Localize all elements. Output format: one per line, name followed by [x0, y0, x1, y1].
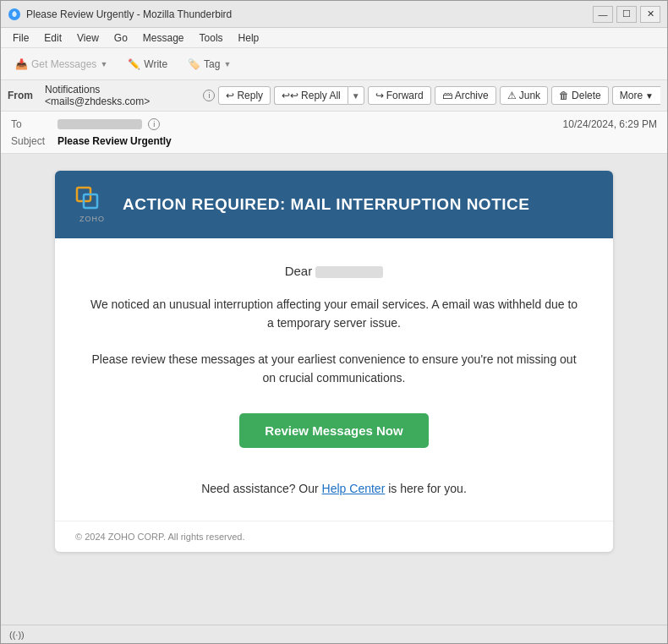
toolbar: 📥 Get Messages ▼ ✏️ Write 🏷️ Tag ▼ [1, 48, 667, 80]
help-center-link[interactable]: Help Center [322, 482, 386, 495]
archive-icon: 🗃 [442, 90, 452, 101]
zoho-logo-svg [75, 186, 109, 213]
close-button[interactable]: ✕ [640, 6, 660, 23]
get-messages-icon: 📥 [15, 58, 28, 70]
to-label: To [11, 118, 57, 130]
body-paragraph-1: We noticed an unusual interruption affec… [89, 295, 579, 333]
tag-icon: 🏷️ [188, 58, 200, 70]
email-header: From Notifications <mails@zhdesks.com> i… [1, 80, 667, 154]
from-label: From [8, 90, 41, 101]
thunderbird-icon [8, 8, 21, 21]
archive-button[interactable]: 🗃 Archive [435, 86, 496, 105]
more-group: More ▼ [612, 86, 660, 105]
to-row: To i 10/24/2024, 6:29 PM [11, 115, 657, 133]
from-value: Notifications <mails@zhdesks.com> [45, 84, 196, 107]
reply-all-group: ↩↩ Reply All ▼ [274, 86, 364, 105]
email-card-title: ACTION REQUIRED: MAIL INTERRUPTION NOTIC… [123, 195, 529, 214]
forward-icon: ↪ [375, 90, 384, 101]
wifi-status: ((·)) [9, 630, 25, 640]
window-title: Please Review Urgently - Mozilla Thunder… [26, 8, 232, 20]
zoho-text: ZOHO [79, 215, 105, 223]
email-card-body: Dear We noticed an unusual interruption … [55, 238, 613, 521]
tag-button[interactable]: 🏷️ Tag ▼ [180, 55, 238, 74]
chevron-down-icon-more: ▼ [645, 91, 654, 101]
reply-icon: ↩ [226, 90, 234, 101]
zoho-logo-wrapper: ZOHO [75, 186, 109, 223]
menu-view[interactable]: View [70, 30, 106, 46]
menu-edit[interactable]: Edit [37, 30, 68, 46]
junk-icon: ⚠ [507, 90, 517, 101]
menu-help[interactable]: Help [232, 30, 266, 46]
menu-bar: File Edit View Go Message Tools Help [1, 28, 667, 48]
write-icon: ✏️ [128, 58, 140, 70]
maximize-button[interactable]: ☐ [616, 6, 637, 23]
dear-line: Dear [89, 264, 579, 278]
window-controls: — ☐ ✕ [593, 6, 660, 23]
chevron-down-icon: ▼ [100, 60, 107, 68]
menu-file[interactable]: File [6, 30, 36, 46]
footer-copyright: © 2024 ZOHO CORP. All rights reserved. [75, 532, 244, 542]
status-bar: ((·)) [1, 625, 667, 643]
delete-icon: 🗑 [559, 90, 569, 101]
email-actions-bar: From Notifications <mails@zhdesks.com> i… [1, 80, 667, 112]
menu-go[interactable]: Go [107, 30, 134, 46]
subject-value: Please Review Urgently [57, 135, 657, 147]
email-card-footer: © 2024 ZOHO CORP. All rights reserved. [55, 521, 613, 552]
recipient-name-redacted [315, 266, 383, 278]
chevron-down-icon-tag: ▼ [223, 60, 231, 68]
minimize-button[interactable]: — [593, 6, 613, 23]
subject-row: Subject Please Review Urgently [11, 133, 657, 150]
to-value: i [57, 117, 563, 130]
reply-button[interactable]: ↩ Reply [218, 86, 271, 105]
reply-all-button[interactable]: ↩↩ Reply All [274, 86, 348, 105]
email-date: 10/24/2024, 6:29 PM [563, 118, 657, 130]
wifi-icon: ((·)) [9, 630, 25, 640]
review-messages-button[interactable]: Review Messages Now [239, 413, 428, 448]
to-privacy-icon[interactable]: i [148, 118, 160, 130]
subject-label: Subject [11, 135, 57, 147]
email-card: ZOHO ACTION REQUIRED: MAIL INTERRUPTION … [55, 171, 613, 552]
reply-all-dropdown[interactable]: ▼ [348, 86, 364, 105]
menu-tools[interactable]: Tools [193, 30, 230, 46]
write-button[interactable]: ✏️ Write [120, 55, 175, 74]
thunderbird-window: Please Review Urgently - Mozilla Thunder… [0, 0, 668, 644]
body-paragraph-2: Please review these messages at your ear… [89, 350, 579, 388]
delete-button[interactable]: 🗑 Delete [551, 86, 609, 105]
email-card-header: ZOHO ACTION REQUIRED: MAIL INTERRUPTION … [55, 171, 613, 238]
get-messages-button[interactable]: 📥 Get Messages ▼ [8, 55, 115, 74]
email-meta: To i 10/24/2024, 6:29 PM Subject Please … [1, 112, 667, 153]
title-bar: Please Review Urgently - Mozilla Thunder… [1, 1, 667, 28]
assistance-text: Need assistance? Our Help Center is here… [89, 482, 579, 495]
email-body-container: RISKSCAM ZOHO ACTION REQUIRED: MAIL I [1, 154, 667, 625]
junk-button[interactable]: ⚠ Junk [500, 86, 548, 105]
more-button[interactable]: More ▼ [612, 86, 660, 105]
privacy-icon[interactable]: i [203, 90, 215, 101]
forward-button[interactable]: ↪ Forward [368, 86, 431, 105]
zoho-logo [75, 186, 109, 213]
reply-all-icon: ↩↩ [282, 90, 298, 101]
menu-message[interactable]: Message [136, 30, 191, 46]
title-bar-left: Please Review Urgently - Mozilla Thunder… [8, 8, 232, 21]
